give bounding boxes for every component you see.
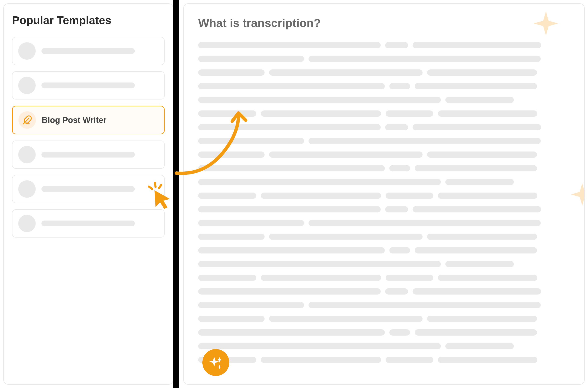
template-label-placeholder: [42, 82, 135, 88]
template-label-placeholder: [42, 186, 135, 192]
template-label-placeholder: [42, 152, 135, 158]
template-item[interactable]: [12, 71, 165, 99]
vertical-divider: [173, 0, 179, 388]
template-item[interactable]: [12, 175, 165, 203]
content-panel: What is transcription?: [183, 3, 585, 385]
feather-icon: [19, 111, 36, 129]
content-title: What is transcription?: [198, 16, 570, 30]
template-label-placeholder: [42, 220, 135, 226]
templates-sidebar: Popular Templates Blog Post Writer: [3, 3, 173, 385]
template-item[interactable]: [12, 37, 165, 65]
template-icon-placeholder: [18, 146, 36, 163]
template-label: Blog Post Writer: [42, 116, 107, 125]
template-item[interactable]: [12, 141, 165, 169]
template-item-blog-post-writer[interactable]: Blog Post Writer: [12, 106, 165, 134]
template-icon-placeholder: [18, 77, 36, 94]
sidebar-title: Popular Templates: [12, 14, 165, 26]
template-icon-placeholder: [18, 42, 36, 60]
template-icon-placeholder: [18, 215, 36, 232]
template-label-placeholder: [42, 48, 135, 54]
content-body-placeholder: [198, 42, 570, 363]
star-icon: [570, 182, 585, 208]
template-icon-placeholder: [18, 180, 36, 198]
template-item[interactable]: [12, 209, 165, 238]
